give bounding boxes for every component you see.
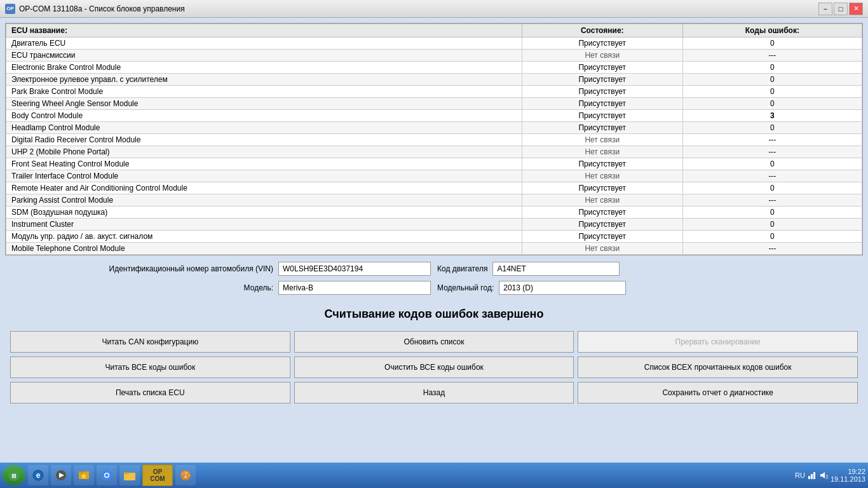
title-bar: OP OP-COM 131108a - Список блоков управл… xyxy=(0,0,868,18)
table-cell-2: 0 xyxy=(682,98,862,110)
svg-rect-17 xyxy=(811,474,813,479)
table-cell-0: Front Seat Heating Control Module xyxy=(6,158,522,170)
print-ecu-button[interactable]: Печать списка ECU xyxy=(10,382,290,403)
taskbar-folder-icon[interactable] xyxy=(119,465,140,485)
model-row: Модель: xyxy=(244,281,431,295)
table-cell-0: Remote Heater and Air Conditioning Contr… xyxy=(6,182,522,194)
table-cell-1: Присутствует xyxy=(522,122,682,134)
table-cell-0: Mobile Telephone Control Module xyxy=(6,243,522,255)
table-row[interactable]: Trailer Interface Control ModuleНет связ… xyxy=(6,170,862,182)
start-button[interactable]: ⊞ xyxy=(3,465,25,485)
table-row[interactable]: ECU трансмиссииНет связи--- xyxy=(6,50,862,62)
read-all-errors-button[interactable]: Читать ВСЕ коды ошибок xyxy=(10,356,290,378)
table-cell-0: Digital Radio Receiver Control Module xyxy=(6,134,522,146)
table-row[interactable]: Front Seat Heating Control ModuleПрисутс… xyxy=(6,158,862,170)
op-com-taskbar-button[interactable]: OPCOM xyxy=(142,464,173,486)
list-all-errors-button[interactable]: Список ВСЕХ прочитанных кодов ошибок xyxy=(578,356,858,378)
model-input[interactable] xyxy=(278,281,431,295)
table-cell-2: 0 xyxy=(682,158,862,170)
engine-code-input[interactable] xyxy=(492,262,620,276)
ecu-table: ECU название: Состояние: Коды ошибок: Дв… xyxy=(6,24,862,255)
table-row[interactable]: Parking Assist Control ModuleНет связи--… xyxy=(6,194,862,207)
table-cell-0: Headlamp Control Module xyxy=(6,122,522,134)
taskbar-media-icon[interactable] xyxy=(51,465,71,485)
table-cell-1: Нет связи xyxy=(522,170,682,182)
engine-code-row: Код двигателя xyxy=(437,262,620,276)
table-cell-1: Присутствует xyxy=(522,182,682,194)
table-cell-0: Электронное рулевое управл. с усилителем xyxy=(6,74,522,86)
title-bar-controls: − □ ✕ xyxy=(818,3,863,15)
svg-rect-7 xyxy=(79,471,83,473)
table-row[interactable]: UHP 2 (Mobile Phone Portal)Нет связи--- xyxy=(6,146,862,158)
table-cell-1: Нет связи xyxy=(522,243,682,255)
taskbar-ie-icon[interactable]: e xyxy=(28,465,48,485)
table-row[interactable]: Headlamp Control ModuleПрисутствует0 xyxy=(6,122,862,134)
maximize-button[interactable]: □ xyxy=(834,3,848,15)
table-cell-2: --- xyxy=(682,243,862,255)
table-cell-1: Присутствует xyxy=(522,86,682,98)
table-cell-0: UHP 2 (Mobile Phone Portal) xyxy=(6,146,522,158)
taskbar-locale: RU xyxy=(795,471,805,479)
network-icon xyxy=(808,471,817,480)
taskbar-extra-icon[interactable]: 🎨 xyxy=(175,465,196,485)
table-row[interactable]: Park Brake Control ModuleПрисутствует0 xyxy=(6,86,862,98)
save-report-button[interactable]: Сохранить отчет о диагностике xyxy=(578,382,858,403)
table-row[interactable]: Двигатель ECUПрисутствует0 xyxy=(6,37,862,50)
taskbar-chrome-icon[interactable] xyxy=(97,465,117,485)
table-row[interactable]: Body Control ModuleПрисутствует3 xyxy=(6,110,862,122)
table-row[interactable]: Electronic Brake Control ModuleПрисутств… xyxy=(6,62,862,74)
table-cell-2: --- xyxy=(682,194,862,207)
taskbar-right: RU )) 19:22 19.11.2013 xyxy=(795,468,865,483)
table-cell-1: Присутствует xyxy=(522,158,682,170)
model-year-input[interactable] xyxy=(499,281,626,295)
table-cell-2: 0 xyxy=(682,37,862,50)
table-row[interactable]: Instrument ClusterПрисутствует0 xyxy=(6,219,862,231)
sound-icon: )) xyxy=(819,471,828,480)
table-cell-0: Park Brake Control Module xyxy=(6,86,522,98)
vin-input[interactable] xyxy=(278,262,431,276)
update-list-button[interactable]: Обновить список xyxy=(294,331,574,353)
table-cell-1: Присутствует xyxy=(522,207,682,219)
table-row[interactable]: SDM (Воздушная подушка)Присутствует0 xyxy=(6,207,862,219)
col-header-status: Состояние: xyxy=(522,24,682,37)
table-cell-0: Electronic Brake Control Module xyxy=(6,62,522,74)
minimize-button[interactable]: − xyxy=(818,3,832,15)
clock-date: 19.11.2013 xyxy=(831,475,865,483)
main-content: ECU название: Состояние: Коды ошибок: Дв… xyxy=(0,18,868,463)
table-cell-2: 0 xyxy=(682,62,862,74)
back-button[interactable]: Назад xyxy=(294,382,574,403)
info-right: Код двигателя Модельный год: xyxy=(437,262,863,295)
model-year-row: Модельный год: xyxy=(437,281,626,295)
table-row[interactable]: Электронное рулевое управл. с усилителем… xyxy=(6,74,862,86)
model-year-label: Модельный год: xyxy=(437,283,494,292)
table-row[interactable]: Remote Heater and Air Conditioning Contr… xyxy=(6,182,862,194)
close-button[interactable]: ✕ xyxy=(849,3,863,15)
table-cell-2: 0 xyxy=(682,86,862,98)
ecu-table-container: ECU название: Состояние: Коды ошибок: Дв… xyxy=(5,23,863,255)
table-cell-2: --- xyxy=(682,134,862,146)
table-cell-2: --- xyxy=(682,50,862,62)
taskbar-explorer-icon[interactable]: ⭐ xyxy=(74,465,94,485)
op-com-label: OPCOM xyxy=(150,468,165,482)
table-row[interactable]: Digital Radio Receiver Control ModuleНет… xyxy=(6,134,862,146)
stop-scan-button[interactable]: Прервать сканирование xyxy=(578,331,858,353)
table-row[interactable]: Модуль упр. радио / ав. акуст. сигналомП… xyxy=(6,231,862,243)
table-row[interactable]: Mobile Telephone Control ModuleНет связи… xyxy=(6,243,862,255)
clear-all-errors-button[interactable]: Очистить ВСЕ коды ошибок xyxy=(294,356,574,378)
svg-text:🎨: 🎨 xyxy=(181,470,191,480)
svg-text:)): )) xyxy=(825,474,828,479)
status-message: Считывание кодов ошибок завершено xyxy=(5,301,863,327)
clock-time: 19:22 xyxy=(848,468,865,475)
read-can-button[interactable]: Читать CAN конфигурацию xyxy=(10,331,290,353)
info-left: Идентификационный номер автомобиля (VIN)… xyxy=(5,262,431,295)
table-cell-2: --- xyxy=(682,146,862,158)
table-cell-1: Присутствует xyxy=(522,231,682,243)
info-section: Идентификационный номер автомобиля (VIN)… xyxy=(5,259,863,297)
col-header-errors: Коды ошибок: xyxy=(682,24,862,37)
vin-row: Идентификационный номер автомобиля (VIN) xyxy=(109,262,431,276)
table-cell-0: Trailer Interface Control Module xyxy=(6,170,522,182)
table-cell-1: Присутствует xyxy=(522,74,682,86)
svg-rect-16 xyxy=(808,476,810,479)
table-cell-1: Нет связи xyxy=(522,146,682,158)
table-row[interactable]: Steering Wheel Angle Sensor ModuleПрисут… xyxy=(6,98,862,110)
